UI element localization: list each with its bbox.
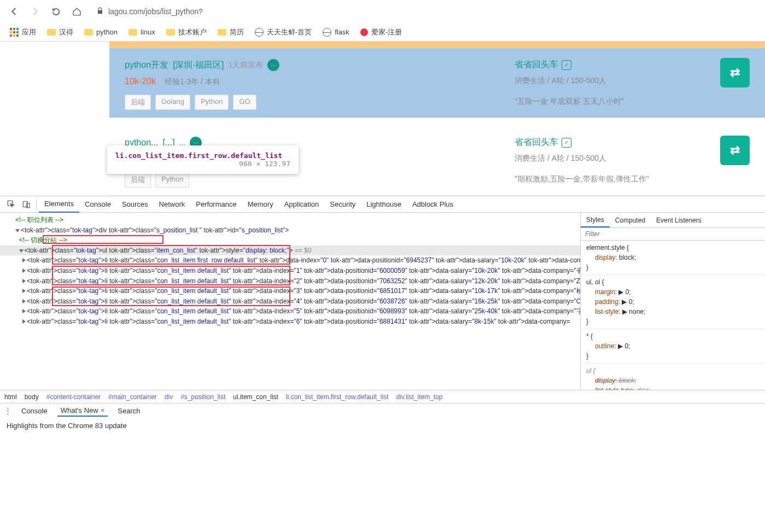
bookmark-item[interactable]: 简历 (214, 26, 247, 38)
breadcrumb-item[interactable]: li.con_list_item.first_row.default_list (286, 393, 388, 401)
tag[interactable]: GO (233, 95, 256, 110)
benefits: "五险一金 年底双薪 五天八小时" (515, 93, 750, 107)
devtools-tab-adblock plus[interactable]: Adblock Plus (407, 196, 459, 213)
devtools-tabs: ElementsConsoleSourcesNetworkPerformance… (0, 196, 765, 213)
dom-node[interactable]: <tok-attr">class="tok-tag">li tok-attr">… (0, 306, 580, 317)
devtools-tab-lighthouse[interactable]: Lighthouse (361, 196, 407, 213)
device-toolbar-button[interactable] (19, 197, 34, 212)
bookmark-item[interactable]: 爱家-注册 (357, 26, 405, 38)
styles-panel: StylesComputedEvent Listeners element.st… (580, 213, 765, 390)
tag[interactable]: 后端 (125, 95, 151, 110)
drawer-console[interactable]: Console (18, 406, 51, 416)
bookmark-item[interactable]: linux (125, 26, 159, 38)
rule-element-style: element.style { display: block; } (581, 241, 765, 275)
job-location: [深圳·福田区] (173, 60, 224, 71)
styles-tab-event-listeners[interactable]: Event Listeners (651, 213, 707, 227)
apps-icon (10, 28, 19, 37)
company-name[interactable]: 省省回头车 (515, 137, 558, 148)
company-info: 消费生活 / A轮 / 150-500人 (515, 76, 750, 86)
dom-node[interactable]: <!-- 切换分站 --> (0, 235, 580, 245)
dom-node[interactable]: <tok-attr">class="tok-tag">li tok-attr">… (0, 296, 580, 307)
company-logo[interactable]: ⇄ (720, 136, 750, 165)
dom-node[interactable]: <tok-attr">class="tok-tag">ul tok-attr">… (0, 245, 580, 256)
drawer-search[interactable]: Search (114, 406, 143, 416)
devtools-tab-console[interactable]: Console (79, 196, 116, 213)
tooltip-dimensions: 960 × 123.97 (239, 160, 290, 168)
tag[interactable]: Python (195, 95, 229, 110)
breadcrumb-item[interactable]: html (4, 393, 17, 401)
dom-node[interactable]: <tok-attr">class="tok-tag">div tok-attr"… (0, 225, 580, 236)
globe-icon (323, 28, 331, 37)
logo-icon: ⇄ (730, 143, 740, 157)
breadcrumb-item[interactable]: #main_container (108, 393, 157, 401)
inspect-tooltip: li.con_list_item.first_row.default_list … (107, 145, 299, 174)
breadcrumb-item[interactable]: #s_position_list (180, 393, 225, 401)
devtools-tab-performance[interactable]: Performance (190, 196, 242, 213)
dom-node[interactable]: <!-- 职位列表 --> (0, 215, 580, 225)
benefits: "期权激励,五险一金,带薪年假,弹性工作" (515, 171, 750, 184)
rule-star: * { outline: ▶ 0; } (581, 329, 765, 364)
job-card[interactable]: python开发[深圳·福田区]1天前发布⋯10k-20k经验1-3年 / 本科… (109, 48, 765, 118)
devtools-tab-network[interactable]: Network (154, 196, 191, 213)
bookmark-item[interactable]: python (81, 26, 121, 38)
job-title[interactable]: python开发 (125, 60, 168, 71)
experience: 经验1-3年 / 本科 (165, 77, 220, 86)
dom-node[interactable]: <tok-attr">class="tok-tag">li tok-attr">… (0, 276, 580, 287)
url-text: lagou.com/jobs/list_python? (108, 7, 203, 16)
bookmark-item[interactable]: 技术账户 (163, 26, 210, 38)
tag[interactable]: Golang (155, 95, 190, 110)
styles-tab-computed[interactable]: Computed (610, 213, 651, 227)
dom-node[interactable]: <tok-attr">class="tok-tag">li tok-attr">… (0, 286, 580, 296)
devtools-tab-memory[interactable]: Memory (242, 196, 279, 213)
chat-icon[interactable]: ⋯ (267, 59, 279, 71)
browser-nav-bar: lagou.com/jobs/list_python? (0, 0, 765, 23)
close-icon[interactable]: × (101, 406, 105, 414)
tags: 后端GolangPythonGO (125, 95, 515, 110)
verified-icon: ✓ (562, 138, 571, 148)
orange-strip (109, 42, 765, 48)
tag[interactable]: Python (155, 172, 189, 188)
inspect-element-button[interactable] (3, 197, 19, 212)
dom-node[interactable]: <tok-attr">class="tok-tag">li tok-attr">… (0, 266, 580, 276)
folder-icon (218, 29, 226, 36)
breadcrumb-item[interactable]: div (165, 393, 173, 401)
devtools-tab-sources[interactable]: Sources (116, 196, 154, 213)
forward-button[interactable] (27, 4, 43, 19)
elements-tree[interactable]: <!-- 职位列表 --> <tok-attr">class="tok-tag"… (0, 213, 580, 390)
logo-icon: ⇄ (730, 66, 740, 80)
tag[interactable]: 后端 (125, 172, 151, 188)
breadcrumb-item[interactable]: div.list_item_top (396, 393, 442, 401)
globe-icon (255, 28, 264, 37)
breadcrumb-item[interactable]: body (25, 393, 39, 401)
bookmark-item[interactable]: 天天生鲜-首页 (252, 26, 315, 38)
url-bar[interactable]: lagou.com/jobs/list_python? (90, 5, 209, 19)
apps-button[interactable]: 应用 (7, 26, 39, 38)
devtools-tab-elements[interactable]: Elements (39, 196, 79, 213)
dom-node[interactable]: <tok-attr">class="tok-tag">li tok-attr">… (0, 255, 580, 266)
company-info: 消费生活 / A轮 / 150-500人 (515, 154, 750, 163)
reload-button[interactable] (48, 4, 63, 19)
folder-icon (166, 29, 175, 36)
styles-filter-input[interactable] (581, 228, 765, 241)
salary: 10k-20k (125, 77, 156, 86)
breadcrumb-item[interactable]: #content-container (46, 393, 101, 401)
dom-node[interactable]: <tok-attr">class="tok-tag">li tok-attr">… (0, 317, 580, 327)
breadcrumb-item[interactable]: ul.item_con_list (233, 393, 278, 401)
back-button[interactable] (7, 4, 22, 19)
bookmark-item[interactable]: 汉得 (44, 26, 77, 38)
styles-tab-styles[interactable]: Styles (581, 213, 610, 227)
drawer-menu-button[interactable]: ⋮ (4, 407, 11, 415)
drawer-whatsnew[interactable]: What's New × (57, 405, 108, 417)
company-logo[interactable]: ⇄ (720, 58, 750, 87)
tags: 后端Python (125, 172, 515, 188)
company-name[interactable]: 省省回头车 (515, 59, 558, 71)
drawer-tabs: ⋮ Console What's New × Search (0, 403, 765, 418)
devtools-tab-security[interactable]: Security (324, 196, 361, 213)
verified-icon: ✓ (562, 60, 571, 70)
rule-ul: ul { display: block; list-style-type: di… (581, 364, 765, 390)
bookmark-item[interactable]: flask (319, 26, 353, 38)
folder-icon (47, 29, 56, 36)
home-button[interactable] (69, 4, 84, 19)
tooltip-selector: li.con_list_item.first_row.default_list (115, 151, 282, 160)
devtools-tab-application[interactable]: Application (279, 196, 325, 213)
